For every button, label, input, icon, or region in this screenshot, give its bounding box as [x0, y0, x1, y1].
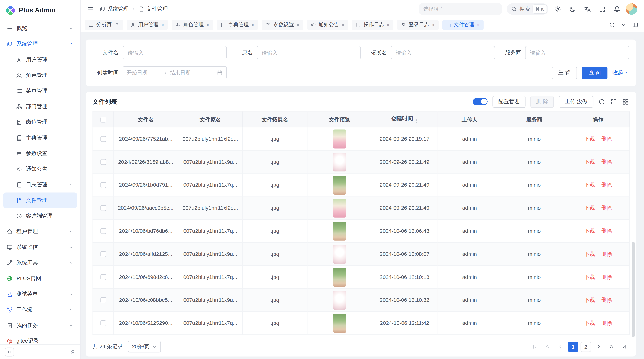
tab-close-icon[interactable]: ×: [477, 22, 480, 27]
sidebar-item-website[interactable]: PLUS官网: [3, 271, 77, 286]
sidebar-item-test[interactable]: 测试菜单: [3, 286, 77, 302]
file-preview-image[interactable]: [333, 198, 346, 217]
file-preview-image[interactable]: [333, 268, 346, 286]
row-checkbox[interactable]: [100, 298, 106, 303]
extension-input[interactable]: [391, 46, 495, 59]
download-link[interactable]: 下载: [584, 182, 595, 188]
sidebar-item-tenant[interactable]: 租户管理: [3, 224, 77, 239]
file-preview-image[interactable]: [333, 222, 346, 241]
settings-gear-icon[interactable]: [552, 3, 563, 15]
end-date-input[interactable]: [170, 70, 203, 76]
tenant-select[interactable]: [419, 3, 502, 15]
download-link[interactable]: 下载: [584, 135, 595, 142]
delete-link[interactable]: 删除: [601, 182, 612, 188]
sidebar-item-gitee[interactable]: gitee记录: [3, 333, 77, 344]
original-name-input-field[interactable]: [262, 49, 356, 56]
tab-notice[interactable]: 通知公告 ×: [307, 20, 348, 30]
extension-input-field[interactable]: [396, 49, 490, 56]
reset-button[interactable]: 重 置: [552, 66, 577, 79]
file-preview-image[interactable]: [333, 175, 346, 194]
filename-input[interactable]: [122, 46, 227, 59]
first-page-button[interactable]: [530, 342, 540, 352]
file-preview-image[interactable]: [333, 152, 346, 171]
provider-input-field[interactable]: [530, 49, 624, 56]
sidebar-item-file[interactable]: 文件管理: [3, 193, 77, 208]
sidebar-item-dict[interactable]: 字典管理: [3, 130, 77, 146]
sidebar-item-params[interactable]: 参数设置: [3, 146, 77, 161]
refresh-icon[interactable]: [607, 20, 617, 30]
tab-role[interactable]: 角色管理 ×: [172, 20, 213, 30]
row-checkbox[interactable]: [100, 251, 106, 257]
sidebar-item-workflow[interactable]: 工作流: [3, 302, 77, 317]
sidebar-item-user[interactable]: 用户管理: [3, 52, 77, 67]
filename-input-field[interactable]: [128, 49, 222, 56]
sidebar-item-overview[interactable]: 概览: [3, 20, 77, 36]
download-link[interactable]: 下载: [584, 251, 595, 257]
sidebar-item-log[interactable]: 日志管理: [3, 177, 77, 192]
file-preview-image[interactable]: [333, 291, 346, 310]
tab-close-icon[interactable]: ×: [432, 22, 435, 27]
row-checkbox[interactable]: [100, 275, 106, 280]
sidebar-toggle-button[interactable]: [85, 3, 96, 15]
notifications-bell-icon[interactable]: [611, 3, 622, 15]
last-page-button[interactable]: [619, 342, 629, 352]
tab-dict[interactable]: 字典管理 ×: [217, 20, 258, 30]
delete-link[interactable]: 删除: [601, 320, 612, 326]
tab-close-icon[interactable]: ×: [342, 22, 344, 27]
tab-close-icon[interactable]: ×: [386, 22, 390, 27]
download-link[interactable]: 下载: [584, 320, 595, 326]
layout-columns-icon[interactable]: [630, 20, 640, 30]
breadcrumb-item-file[interactable]: 文件管理: [139, 5, 168, 13]
tab-user[interactable]: 用户管理 ×: [126, 20, 168, 30]
tab-close-icon[interactable]: ×: [206, 22, 209, 27]
start-date-input[interactable]: [127, 70, 160, 76]
delete-link[interactable]: 删除: [601, 159, 612, 165]
sidebar-item-tools[interactable]: 系统工具: [3, 255, 77, 271]
pin-icon[interactable]: [114, 22, 119, 27]
search-button[interactable]: 查 询: [582, 66, 608, 79]
delete-link[interactable]: 删除: [601, 274, 612, 280]
select-all-checkbox[interactable]: [100, 117, 106, 123]
table-scrollbar[interactable]: [632, 242, 634, 337]
fullscreen-icon[interactable]: [610, 98, 617, 105]
dark-mode-moon-icon[interactable]: [567, 3, 578, 15]
grid-settings-icon[interactable]: [622, 98, 629, 105]
tab-close-icon[interactable]: ×: [296, 22, 300, 27]
sidebar-item-notice[interactable]: 通知公告: [3, 161, 77, 177]
download-link[interactable]: 下载: [584, 228, 595, 234]
provider-input[interactable]: [525, 46, 629, 59]
delete-link[interactable]: 删除: [601, 297, 612, 303]
translate-icon[interactable]: [582, 3, 593, 15]
page-1-button[interactable]: 1: [568, 342, 578, 352]
tab-close-icon[interactable]: ×: [161, 22, 164, 27]
row-checkbox[interactable]: [100, 159, 106, 165]
delete-link[interactable]: 删除: [601, 135, 612, 142]
page-size-select[interactable]: 20条/页: [128, 341, 161, 353]
upload-button[interactable]: 上传 没做: [559, 96, 593, 108]
sidebar-item-dept[interactable]: 部门管理: [3, 99, 77, 114]
file-preview-image[interactable]: [333, 245, 346, 264]
download-link[interactable]: 下载: [584, 274, 595, 280]
tab-params[interactable]: 参数设置 ×: [262, 20, 303, 30]
tenant-select-input[interactable]: [423, 6, 497, 12]
delete-link[interactable]: 删除: [601, 228, 612, 234]
tab-log[interactable]: 操作日志 ×: [352, 20, 394, 30]
sidebar-collapse-button[interactable]: [5, 347, 14, 357]
prev-group-button[interactable]: [542, 342, 553, 352]
sidebar-item-client[interactable]: 客户端管理: [3, 208, 77, 224]
search-toggle-switch[interactable]: [472, 98, 488, 105]
column-create-time[interactable]: 创建时间: [372, 112, 437, 127]
original-name-input[interactable]: [257, 46, 361, 59]
app-logo[interactable]: Plus Admin: [0, 0, 80, 20]
tab-menu-chevron-icon[interactable]: [618, 20, 628, 30]
download-link[interactable]: 下载: [584, 205, 595, 211]
sidebar-pin-icon[interactable]: [68, 348, 76, 356]
prev-page-button[interactable]: [555, 342, 566, 352]
download-link[interactable]: 下载: [584, 159, 595, 165]
row-checkbox[interactable]: [100, 136, 106, 142]
date-range-picker[interactable]: [122, 66, 227, 79]
fullscreen-icon[interactable]: [596, 3, 608, 15]
file-preview-image[interactable]: [333, 129, 346, 148]
delete-link[interactable]: 删除: [601, 251, 612, 257]
user-avatar[interactable]: [626, 3, 638, 15]
